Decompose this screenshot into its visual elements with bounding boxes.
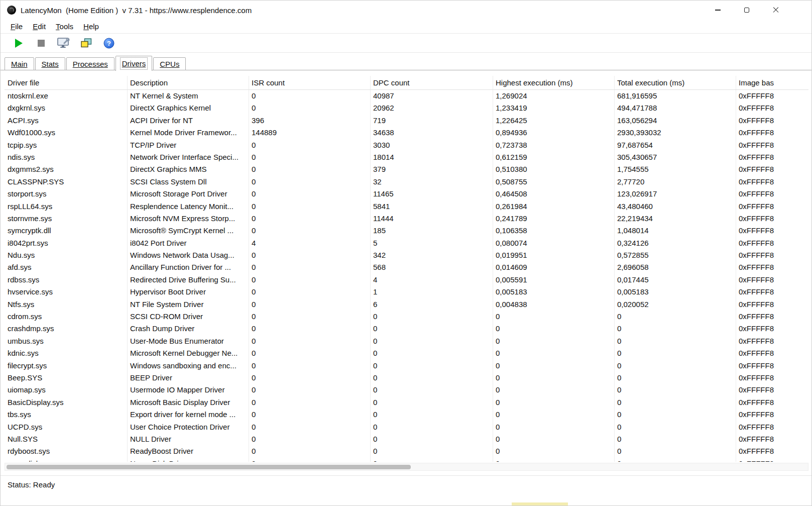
cell-image-base: 0xFFFFF8 xyxy=(736,90,781,102)
titlebar[interactable]: LatencyMon (Home Edition ) v 7.31 - http… xyxy=(1,1,811,20)
table-row[interactable]: ndis.sys Network Driver Interface Speci.… xyxy=(5,151,808,163)
table-row[interactable]: umbus.sys User-Mode Bus Enumerator 0 0 0… xyxy=(5,335,808,347)
menu-file-label: File xyxy=(11,22,23,31)
cell-image-base: 0xFFFFF8 xyxy=(736,249,781,261)
cell-dpc-count: 11465 xyxy=(370,188,493,200)
maximize-icon xyxy=(744,8,749,13)
table-row[interactable]: dxgkrnl.sys DirectX Graphics Kernel 0 20… xyxy=(5,102,808,114)
maximize-button[interactable] xyxy=(732,1,761,20)
start-monitor-button[interactable] xyxy=(12,36,26,50)
table-row[interactable]: storport.sys Microsoft Storage Port Driv… xyxy=(5,188,808,200)
cell-description: User-Mode Bus Enumerator xyxy=(127,335,249,347)
column-header-image-base[interactable]: Image bas xyxy=(736,76,781,89)
cell-description: Windows Network Data Usag... xyxy=(127,249,249,261)
cell-isr-count: 144889 xyxy=(249,127,370,139)
table-row[interactable]: crashdmp.sys Crash Dump Driver 0 0 0 0 0… xyxy=(5,323,808,335)
copy-report-button[interactable] xyxy=(79,36,93,50)
table-row[interactable]: ACPI.sys ACPI Driver for NT 396 719 1,22… xyxy=(5,115,808,127)
column-header-isr-count[interactable]: ISR count xyxy=(249,76,370,89)
table-row[interactable]: rdyboost.sys ReadyBoost Driver 0 0 0 0 0… xyxy=(5,445,808,457)
cell-total-execution: 0 xyxy=(614,421,736,433)
table-row[interactable]: dxgmms2.sys DirectX Graphics MMS 0 379 0… xyxy=(5,163,808,175)
table-row[interactable]: rdbss.sys Redirected Drive Buffering Su.… xyxy=(5,274,808,286)
cell-driver-file: Wdf01000.sys xyxy=(5,127,127,139)
menu-edit[interactable]: Edit xyxy=(28,22,51,31)
help-button[interactable]: ? xyxy=(102,36,116,50)
table-row[interactable]: uiomap.sys Usermode IO Mapper Driver 0 0… xyxy=(5,384,808,396)
cell-image-base: 0xFFFFF8 xyxy=(736,188,781,200)
table-row[interactable]: cdrom.sys SCSI CD-ROM Driver 0 0 0 0 0xF… xyxy=(5,311,808,323)
cell-dpc-count: 1 xyxy=(370,286,493,298)
table-row[interactable]: Ntfs.sys NT File System Driver 0 6 0,004… xyxy=(5,298,808,311)
table-row[interactable]: ntoskrnl.exe NT Kernel & System 0 40987 … xyxy=(5,90,808,102)
horizontal-scrollbar[interactable] xyxy=(5,463,808,471)
column-header-highest-execution[interactable]: Highest execution (ms) xyxy=(493,76,614,89)
table-row[interactable]: tbs.sys Export driver for kernel mode ..… xyxy=(5,409,808,421)
cell-dpc-count: 11444 xyxy=(370,213,493,225)
table-row[interactable]: afd.sys Ancillary Function Driver for ..… xyxy=(5,261,808,273)
cell-highest-execution: 0 xyxy=(493,323,614,335)
options-button[interactable] xyxy=(57,36,71,50)
cell-highest-execution: 0 xyxy=(493,335,614,347)
table-row[interactable]: filecrypt.sys Windows sandboxing and enc… xyxy=(5,360,808,372)
table-row[interactable]: numadisk.sys Numa Disk Driver 0 0 0 0 0x… xyxy=(5,458,808,462)
table-row[interactable]: BasicDisplay.sys Microsoft Basic Display… xyxy=(5,396,808,409)
cell-description: ReadyBoost Driver xyxy=(127,445,249,457)
cell-highest-execution: 0 xyxy=(493,433,614,445)
table-row[interactable]: kdnic.sys Microsoft Kernel Debugger Ne..… xyxy=(5,347,808,359)
horizontal-scrollbar-thumb[interactable] xyxy=(7,465,411,469)
stop-monitor-button[interactable] xyxy=(34,36,48,50)
column-header-description[interactable]: Description xyxy=(127,76,249,89)
tab-drivers[interactable]: Drivers xyxy=(115,56,153,71)
menu-help[interactable]: Help xyxy=(78,22,104,31)
window-title: LatencyMon (Home Edition ) v 7.31 - http… xyxy=(21,6,252,15)
menu-file[interactable]: File xyxy=(6,22,28,31)
cell-isr-count: 0 xyxy=(249,360,370,372)
cell-description: BEEP Driver xyxy=(127,372,249,384)
cell-description: SCSI CD-ROM Driver xyxy=(127,311,249,323)
cell-dpc-count: 18014 xyxy=(370,151,493,163)
cell-isr-count: 0 xyxy=(249,298,370,311)
cell-isr-count: 0 xyxy=(249,261,370,273)
table-row[interactable]: stornvme.sys Microsoft NVM Express Storp… xyxy=(5,213,808,225)
table-row[interactable]: Ndu.sys Windows Network Data Usag... 0 3… xyxy=(5,249,808,261)
cell-image-base: 0xFFFFF8 xyxy=(736,274,781,286)
table-row[interactable]: hvservice.sys Hypervisor Boot Driver 0 1… xyxy=(5,286,808,298)
tab-cpus[interactable]: CPUs xyxy=(153,57,186,70)
cell-dpc-count: 20962 xyxy=(370,102,493,114)
cell-total-execution: 681,916595 xyxy=(614,90,736,102)
cell-isr-count: 0 xyxy=(249,151,370,163)
table-row[interactable]: tcpip.sys TCP/IP Driver 0 3030 0,723738 … xyxy=(5,139,808,151)
table-row[interactable]: CLASSPNP.SYS SCSI Class System Dll 0 32 … xyxy=(5,176,808,188)
column-header-total-execution[interactable]: Total execution (ms) xyxy=(614,76,736,89)
cell-image-base: 0xFFFFF8 xyxy=(736,139,781,151)
tab-processes[interactable]: Processes xyxy=(66,57,114,70)
menu-tools-label: Tools xyxy=(56,22,73,31)
cell-driver-file: hvservice.sys xyxy=(5,286,127,298)
table-row[interactable]: Wdf01000.sys Kernel Mode Driver Framewor… xyxy=(5,127,808,139)
table-row[interactable]: Null.SYS NULL Driver 0 0 0 0 0xFFFFF8 xyxy=(5,433,808,445)
cell-isr-count: 0 xyxy=(249,139,370,151)
cell-total-execution: 0 xyxy=(614,311,736,323)
cell-description: Numa Disk Driver xyxy=(127,458,249,462)
table-row[interactable]: Beep.SYS BEEP Driver 0 0 0 0 0xFFFFF8 xyxy=(5,372,808,384)
cell-dpc-count: 3030 xyxy=(370,139,493,151)
cell-isr-count: 0 xyxy=(249,102,370,114)
tab-main[interactable]: Main xyxy=(5,57,34,70)
column-header-dpc-count[interactable]: DPC count xyxy=(370,76,493,89)
menu-tools[interactable]: Tools xyxy=(51,22,78,31)
table-row[interactable]: symcryptk.dll Microsoft® SymCrypt Kernel… xyxy=(5,225,808,237)
cell-driver-file: rdbss.sys xyxy=(5,274,127,286)
tab-stats[interactable]: Stats xyxy=(35,57,65,70)
minimize-button[interactable] xyxy=(703,1,732,20)
tab-processes-label: Processes xyxy=(73,60,108,68)
cell-description: Resplendence Latency Monit... xyxy=(127,200,249,213)
cell-total-execution: 0 xyxy=(614,384,736,396)
table-row[interactable]: i8042prt.sys i8042 Port Driver 4 5 0,080… xyxy=(5,237,808,249)
cell-image-base: 0xFFFFF8 xyxy=(736,163,781,175)
table-row[interactable]: UCPD.sys User Choice Protection Driver 0… xyxy=(5,421,808,433)
table-row[interactable]: rspLLL64.sys Resplendence Latency Monit.… xyxy=(5,200,808,213)
cell-dpc-count: 34638 xyxy=(370,127,493,139)
close-button[interactable] xyxy=(761,1,790,20)
column-header-driver-file[interactable]: Driver file xyxy=(5,76,127,89)
